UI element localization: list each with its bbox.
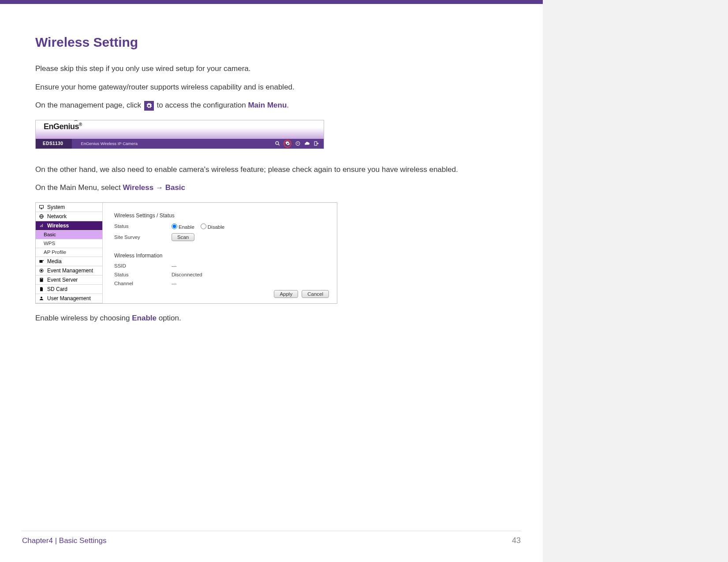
footer-chapter: Chapter4 | Basic Settings <box>22 536 107 545</box>
sidebar-item-event-server[interactable]: Event Server <box>36 275 102 285</box>
sidebar-label: WPS <box>44 241 55 246</box>
label-site-survey: Site Survey <box>114 234 172 240</box>
value-ssid: --- <box>172 263 177 268</box>
brand-logo-text: EnGenius® ⌒ <box>44 122 82 131</box>
footer-page-number: 43 <box>512 536 521 545</box>
svg-point-11 <box>43 260 44 261</box>
action-buttons: Apply Cancel <box>274 290 329 298</box>
label-status: Status <box>114 223 172 229</box>
settings-sidebar: System Network Wireless Basic WPS AP Pro… <box>36 203 103 303</box>
sidebar-label: Network <box>47 213 67 220</box>
globe-icon <box>38 213 45 220</box>
media-icon <box>38 258 45 264</box>
gear-icon <box>144 101 154 111</box>
paragraph-nav-path: On the Main Menu, select Wireless → Basi… <box>35 182 516 194</box>
sidebar-label: AP Profile <box>44 249 66 255</box>
section-title-settings: Wireless Settings / Status <box>114 212 329 219</box>
page-heading: Wireless Setting <box>35 35 516 50</box>
enable-label: Enable <box>132 314 157 322</box>
text-fragment: option. <box>157 314 181 322</box>
cancel-button[interactable]: Cancel <box>302 290 329 298</box>
footer-divider <box>22 531 521 531</box>
value-channel: --- <box>172 281 177 286</box>
label-ssid: SSID <box>114 263 172 268</box>
sidebar-label: SD Card <box>47 286 67 292</box>
text-fragment: On the management page, click <box>35 101 143 109</box>
nav-basic: Basic <box>165 183 185 192</box>
row-status: Status Enable Disable <box>114 223 329 230</box>
svg-rect-3 <box>314 141 317 145</box>
arrow-right-icon: → <box>153 183 165 192</box>
gear-icon[interactable] <box>284 140 291 148</box>
radio-label: Disable <box>208 224 224 230</box>
paragraph-click-gear: On the management page, click to access … <box>35 100 516 111</box>
radio-label: Enable <box>179 224 194 230</box>
paragraph-enable-wireless: On the other hand, we also need to enabl… <box>35 164 516 175</box>
radio-enable-input[interactable] <box>172 223 177 229</box>
sidebar-sub-ap-profile[interactable]: AP Profile <box>36 248 102 257</box>
wifi-wave-icon: ⌒ <box>74 119 78 126</box>
sidebar-item-system[interactable]: System <box>36 203 102 212</box>
sidebar-label: Media <box>47 258 62 264</box>
sidebar-item-event-management[interactable]: Event Management <box>36 266 102 275</box>
page-footer: Chapter4 | Basic Settings 43 <box>22 536 521 545</box>
paragraph-skip-wired: Please skip this step if you only use wi… <box>35 63 516 74</box>
wireless-settings-pane: Wireless Settings / Status Status Enable… <box>103 203 337 303</box>
monitor-icon <box>38 204 45 210</box>
sidebar-item-media[interactable]: Media <box>36 257 102 266</box>
sidebar-label: Basic <box>44 232 56 237</box>
scan-button[interactable]: Scan <box>172 233 194 241</box>
apply-button[interactable]: Apply <box>274 290 298 298</box>
text-fragment: On the Main Menu, select <box>35 183 123 192</box>
logout-icon[interactable] <box>313 141 319 147</box>
radio-disable-input[interactable] <box>201 223 206 229</box>
sd-card-icon <box>38 286 45 292</box>
magnifier-icon[interactable] <box>274 141 280 147</box>
brand-header: EnGenius® ⌒ <box>36 120 324 139</box>
nav-wireless: Wireless <box>123 183 153 192</box>
sidebar-label: User Management <box>47 295 91 301</box>
sidebar-sub-wps[interactable]: WPS <box>36 239 102 248</box>
svg-rect-4 <box>40 205 44 208</box>
sidebar-label: Event Server <box>47 277 78 283</box>
svg-point-0 <box>276 141 279 145</box>
radio-disable[interactable]: Disable <box>201 223 224 230</box>
svg-point-16 <box>41 297 42 298</box>
refresh-icon[interactable] <box>295 141 301 147</box>
sidebar-sub-basic[interactable]: Basic <box>36 231 102 239</box>
screenshot-header-bar: EnGenius® ⌒ EDS1130 EnGenius Wireless IP… <box>35 120 324 149</box>
main-menu-label: Main Menu <box>248 101 287 109</box>
document-page: Wireless Setting Please skip this step i… <box>0 4 543 562</box>
section-title-info: Wireless Information <box>114 253 329 259</box>
svg-point-13 <box>41 270 42 271</box>
sidebar-item-user-management[interactable]: User Management <box>36 294 102 303</box>
paragraph-choose-enable: Enable wireless by choosing Enable optio… <box>35 313 516 324</box>
device-description: EnGenius Wireless IP Camera <box>72 141 274 146</box>
toolbar-icons <box>274 140 324 148</box>
sidebar-item-network[interactable]: Network <box>36 212 102 221</box>
radio-enable[interactable]: Enable <box>172 223 194 230</box>
server-icon <box>38 277 45 283</box>
text-fragment: . <box>287 101 289 109</box>
text-fragment: to access the configuration <box>155 101 248 109</box>
device-status-bar: EDS1130 EnGenius Wireless IP Camera <box>36 139 324 149</box>
sidebar-item-wireless[interactable]: Wireless <box>36 221 102 231</box>
model-chip: EDS1130 <box>36 139 72 149</box>
text-fragment: Enable wireless by choosing <box>35 314 132 322</box>
paragraph-gateway: Ensure your home gateway/router supports… <box>35 82 516 93</box>
sidebar-item-sd-card[interactable]: SD Card <box>36 285 102 294</box>
cloud-icon[interactable] <box>304 141 310 147</box>
sidebar-label: System <box>47 204 65 210</box>
row-conn-status: Status Disconnected <box>114 272 329 277</box>
status-radio-group: Enable Disable <box>172 223 229 230</box>
label-conn-status: Status <box>114 272 172 277</box>
svg-rect-15 <box>41 279 42 279</box>
label-channel: Channel <box>114 281 172 286</box>
user-icon <box>38 295 45 301</box>
wifi-icon <box>38 223 45 229</box>
svg-rect-10 <box>40 260 43 263</box>
screenshot-wireless-panel: System Network Wireless Basic WPS AP Pro… <box>35 202 337 304</box>
bell-icon <box>38 268 45 274</box>
registered-mark: ® <box>79 122 82 127</box>
row-channel: Channel --- <box>114 281 329 286</box>
